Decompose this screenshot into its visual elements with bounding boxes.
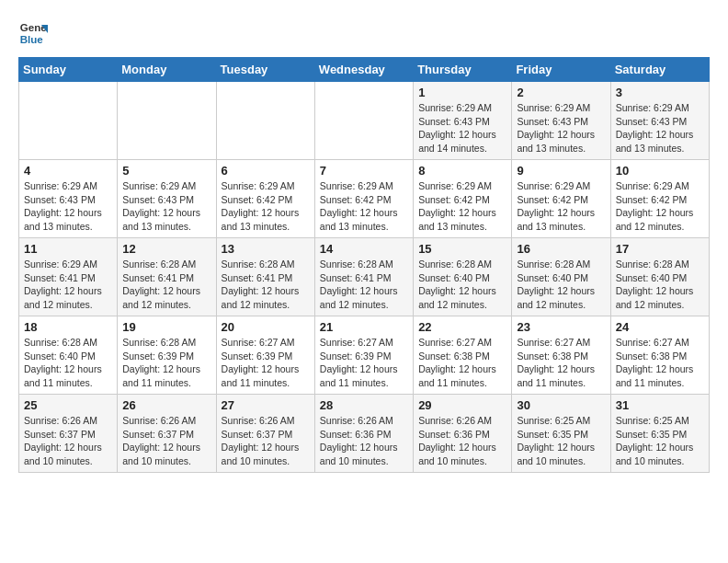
day-number: 26 bbox=[122, 398, 210, 412]
day-info: Sunrise: 6:29 AM Sunset: 6:43 PM Dayligh… bbox=[122, 179, 210, 234]
day-info: Sunrise: 6:28 AM Sunset: 6:40 PM Dayligh… bbox=[616, 258, 704, 312]
calendar-cell: 4Sunrise: 6:29 AM Sunset: 6:43 PM Daylig… bbox=[19, 160, 118, 238]
day-info: Sunrise: 6:27 AM Sunset: 6:38 PM Dayligh… bbox=[418, 336, 506, 390]
calendar-cell: 1Sunrise: 6:29 AM Sunset: 6:43 PM Daylig… bbox=[414, 82, 512, 160]
day-number: 10 bbox=[616, 164, 704, 178]
calendar-cell: 3Sunrise: 6:29 AM Sunset: 6:43 PM Daylig… bbox=[610, 82, 709, 160]
calendar-cell: 21Sunrise: 6:27 AM Sunset: 6:39 PM Dayli… bbox=[314, 316, 413, 395]
calendar-cell: 12Sunrise: 6:28 AM Sunset: 6:41 PM Dayli… bbox=[118, 238, 216, 316]
calendar-cell: 28Sunrise: 6:26 AM Sunset: 6:36 PM Dayli… bbox=[314, 395, 413, 473]
col-wednesday: Wednesday bbox=[314, 58, 413, 82]
day-number: 30 bbox=[517, 398, 605, 412]
col-monday: Monday bbox=[118, 58, 216, 82]
day-number: 27 bbox=[222, 398, 310, 412]
day-info: Sunrise: 6:27 AM Sunset: 6:38 PM Dayligh… bbox=[616, 336, 704, 390]
day-number: 21 bbox=[320, 320, 408, 334]
calendar-cell bbox=[314, 82, 413, 160]
day-number: 15 bbox=[418, 242, 506, 256]
day-info: Sunrise: 6:28 AM Sunset: 6:41 PM Dayligh… bbox=[320, 258, 408, 312]
calendar-cell bbox=[19, 82, 118, 160]
day-info: Sunrise: 6:26 AM Sunset: 6:36 PM Dayligh… bbox=[320, 414, 408, 468]
day-info: Sunrise: 6:29 AM Sunset: 6:43 PM Dayligh… bbox=[418, 101, 506, 155]
day-info: Sunrise: 6:28 AM Sunset: 6:40 PM Dayligh… bbox=[517, 258, 605, 312]
day-number: 5 bbox=[122, 164, 210, 178]
calendar-cell: 9Sunrise: 6:29 AM Sunset: 6:42 PM Daylig… bbox=[512, 160, 610, 238]
day-info: Sunrise: 6:26 AM Sunset: 6:37 PM Dayligh… bbox=[24, 414, 112, 468]
day-number: 4 bbox=[24, 164, 112, 178]
calendar-cell: 5Sunrise: 6:29 AM Sunset: 6:43 PM Daylig… bbox=[118, 160, 216, 238]
calendar-cell bbox=[216, 82, 314, 160]
day-number: 17 bbox=[616, 242, 704, 256]
calendar-cell: 26Sunrise: 6:26 AM Sunset: 6:37 PM Dayli… bbox=[118, 395, 216, 473]
day-number: 8 bbox=[418, 164, 506, 178]
day-info: Sunrise: 6:25 AM Sunset: 6:35 PM Dayligh… bbox=[517, 414, 605, 468]
calendar-cell: 23Sunrise: 6:27 AM Sunset: 6:38 PM Dayli… bbox=[512, 316, 610, 395]
day-info: Sunrise: 6:27 AM Sunset: 6:39 PM Dayligh… bbox=[222, 336, 310, 390]
day-number: 13 bbox=[222, 242, 310, 256]
day-info: Sunrise: 6:29 AM Sunset: 6:43 PM Dayligh… bbox=[616, 101, 704, 155]
calendar-cell bbox=[118, 82, 216, 160]
calendar-cell: 31Sunrise: 6:25 AM Sunset: 6:35 PM Dayli… bbox=[610, 395, 709, 473]
col-tuesday: Tuesday bbox=[216, 58, 314, 82]
day-info: Sunrise: 6:27 AM Sunset: 6:39 PM Dayligh… bbox=[320, 336, 408, 390]
day-number: 9 bbox=[517, 164, 605, 178]
calendar-week-1: 1Sunrise: 6:29 AM Sunset: 6:43 PM Daylig… bbox=[19, 82, 710, 160]
day-info: Sunrise: 6:28 AM Sunset: 6:40 PM Dayligh… bbox=[24, 336, 112, 390]
calendar-cell: 30Sunrise: 6:25 AM Sunset: 6:35 PM Dayli… bbox=[512, 395, 610, 473]
col-sunday: Sunday bbox=[19, 58, 118, 82]
day-number: 24 bbox=[616, 320, 704, 334]
calendar-cell: 16Sunrise: 6:28 AM Sunset: 6:40 PM Dayli… bbox=[512, 238, 610, 316]
calendar-cell: 6Sunrise: 6:29 AM Sunset: 6:42 PM Daylig… bbox=[216, 160, 314, 238]
day-number: 7 bbox=[320, 164, 408, 178]
svg-text:Blue: Blue bbox=[20, 34, 44, 45]
calendar-cell: 18Sunrise: 6:28 AM Sunset: 6:40 PM Dayli… bbox=[19, 316, 118, 395]
day-number: 18 bbox=[24, 320, 112, 334]
calendar-cell: 22Sunrise: 6:27 AM Sunset: 6:38 PM Dayli… bbox=[414, 316, 512, 395]
calendar-cell: 27Sunrise: 6:26 AM Sunset: 6:37 PM Dayli… bbox=[216, 395, 314, 473]
calendar-week-4: 18Sunrise: 6:28 AM Sunset: 6:40 PM Dayli… bbox=[19, 316, 710, 395]
calendar-header: Sunday Monday Tuesday Wednesday Thursday… bbox=[19, 58, 710, 82]
calendar-cell: 2Sunrise: 6:29 AM Sunset: 6:43 PM Daylig… bbox=[512, 82, 610, 160]
calendar-cell: 11Sunrise: 6:29 AM Sunset: 6:41 PM Dayli… bbox=[19, 238, 118, 316]
header-row: Sunday Monday Tuesday Wednesday Thursday… bbox=[19, 58, 710, 82]
calendar-cell: 15Sunrise: 6:28 AM Sunset: 6:40 PM Dayli… bbox=[414, 238, 512, 316]
calendar-cell: 24Sunrise: 6:27 AM Sunset: 6:38 PM Dayli… bbox=[610, 316, 709, 395]
calendar-cell: 13Sunrise: 6:28 AM Sunset: 6:41 PM Dayli… bbox=[216, 238, 314, 316]
day-number: 11 bbox=[24, 242, 112, 256]
day-info: Sunrise: 6:26 AM Sunset: 6:37 PM Dayligh… bbox=[122, 414, 210, 468]
header: General Blue bbox=[18, 18, 710, 48]
col-saturday: Saturday bbox=[610, 58, 709, 82]
calendar-cell: 25Sunrise: 6:26 AM Sunset: 6:37 PM Dayli… bbox=[19, 395, 118, 473]
day-number: 23 bbox=[517, 320, 605, 334]
day-info: Sunrise: 6:28 AM Sunset: 6:41 PM Dayligh… bbox=[222, 258, 310, 312]
day-info: Sunrise: 6:29 AM Sunset: 6:42 PM Dayligh… bbox=[418, 179, 506, 234]
day-info: Sunrise: 6:29 AM Sunset: 6:42 PM Dayligh… bbox=[616, 179, 704, 234]
calendar-cell: 17Sunrise: 6:28 AM Sunset: 6:40 PM Dayli… bbox=[610, 238, 709, 316]
day-info: Sunrise: 6:29 AM Sunset: 6:42 PM Dayligh… bbox=[517, 179, 605, 234]
day-number: 31 bbox=[616, 398, 704, 412]
calendar-table: Sunday Monday Tuesday Wednesday Thursday… bbox=[18, 57, 710, 473]
calendar-week-2: 4Sunrise: 6:29 AM Sunset: 6:43 PM Daylig… bbox=[19, 160, 710, 238]
day-number: 19 bbox=[122, 320, 210, 334]
calendar-cell: 29Sunrise: 6:26 AM Sunset: 6:36 PM Dayli… bbox=[414, 395, 512, 473]
day-number: 28 bbox=[320, 398, 408, 412]
day-info: Sunrise: 6:28 AM Sunset: 6:40 PM Dayligh… bbox=[418, 258, 506, 312]
calendar-body: 1Sunrise: 6:29 AM Sunset: 6:43 PM Daylig… bbox=[19, 82, 710, 473]
day-info: Sunrise: 6:26 AM Sunset: 6:37 PM Dayligh… bbox=[222, 414, 310, 468]
day-number: 2 bbox=[517, 86, 605, 99]
day-info: Sunrise: 6:29 AM Sunset: 6:43 PM Dayligh… bbox=[24, 179, 112, 234]
day-info: Sunrise: 6:27 AM Sunset: 6:38 PM Dayligh… bbox=[517, 336, 605, 390]
day-number: 22 bbox=[418, 320, 506, 334]
day-info: Sunrise: 6:25 AM Sunset: 6:35 PM Dayligh… bbox=[616, 414, 704, 468]
calendar-cell: 8Sunrise: 6:29 AM Sunset: 6:42 PM Daylig… bbox=[414, 160, 512, 238]
day-number: 20 bbox=[222, 320, 310, 334]
logo-icon: General Blue bbox=[18, 18, 48, 48]
day-number: 3 bbox=[616, 86, 704, 99]
day-info: Sunrise: 6:26 AM Sunset: 6:36 PM Dayligh… bbox=[418, 414, 506, 468]
col-thursday: Thursday bbox=[414, 58, 512, 82]
day-info: Sunrise: 6:28 AM Sunset: 6:41 PM Dayligh… bbox=[122, 258, 210, 312]
day-number: 16 bbox=[517, 242, 605, 256]
day-number: 12 bbox=[122, 242, 210, 256]
calendar-week-5: 25Sunrise: 6:26 AM Sunset: 6:37 PM Dayli… bbox=[19, 395, 710, 473]
day-info: Sunrise: 6:29 AM Sunset: 6:43 PM Dayligh… bbox=[517, 101, 605, 155]
